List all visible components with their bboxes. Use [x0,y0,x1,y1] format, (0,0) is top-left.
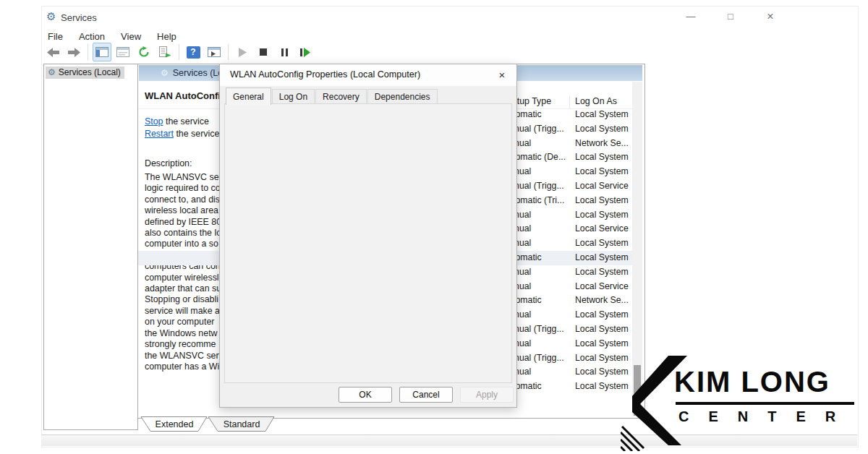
menu-action[interactable]: Action [77,30,107,43]
properties-dialog: WLAN AutoConfig Properties (Local Comput… [219,64,517,408]
menu-bar: FileActionViewHelp [46,30,179,43]
back-arrow-icon [47,48,59,57]
play-icon [239,48,247,57]
menu-file[interactable]: File [46,30,65,43]
column-separator [569,96,570,108]
selected-service-title: WLAN AutoConfig [145,90,226,101]
toolbar-separator [88,44,88,60]
ok-button[interactable]: OK [339,387,392,403]
dialog-tab-general[interactable]: General [226,87,271,105]
window-title: Services [61,12,97,23]
cell-log-on-as: Local System [575,308,629,322]
pause-icon [281,48,288,56]
console-tree-icon [95,47,109,57]
dialog-tab-strip: GeneralLog OnRecoveryDependencies [226,87,438,105]
apply-button[interactable]: Apply [460,387,514,403]
dialog-tab-dependencies[interactable]: Dependencies [367,89,438,105]
console-tree-panel: ⚙ Services (Local) [43,64,138,430]
tree-root-label: Services (Local) [59,67,121,77]
dialog-page [224,103,512,383]
toolbar: ? [43,42,315,62]
cell-log-on-as: Local System [575,150,629,165]
close-button[interactable]: × [761,9,780,24]
cell-log-on-as: Local System [575,337,629,351]
help-icon: ? [187,46,200,59]
start-service-button[interactable] [233,43,252,61]
logo-divider [676,402,854,405]
forward-button[interactable] [64,43,83,61]
help-button[interactable]: ? [184,43,203,61]
stop-icon [260,48,267,56]
tab-standard-label[interactable]: Standard [224,419,260,429]
services-app-icon: ⚙ [46,10,56,23]
view-tabs: Extended Standard [137,416,289,432]
logo-text-line1: KIM LONG [674,366,830,398]
dialog-tab-log-on[interactable]: Log On [272,89,315,105]
refresh-button[interactable] [135,43,153,61]
services-header-icon: ⚙ [161,68,169,78]
maximize-button[interactable]: □ [721,9,740,24]
back-button[interactable] [43,43,62,61]
cell-log-on-as: Local Service [575,222,629,236]
dialog-tab-recovery[interactable]: Recovery [315,89,367,105]
window-icon [116,47,129,57]
export-list-icon [159,46,171,58]
menu-help[interactable]: Help [155,30,179,43]
export-list-button[interactable] [156,43,174,61]
tab-extended-label[interactable]: Extended [156,419,194,429]
cell-log-on-as: Local System [575,165,629,179]
window-controls: — □ × [681,9,780,24]
cancel-button[interactable]: Cancel [399,387,453,403]
menu-view[interactable]: View [119,30,143,43]
toolbar-separator [179,44,179,60]
extended-view-button[interactable] [205,43,224,61]
cell-log-on-as: Network Se... [575,137,629,151]
restart-service-button[interactable] [296,43,315,61]
stop-service-button[interactable] [254,43,273,61]
cell-log-on-as: Local System [575,122,629,137]
cell-log-on-as: Local Service [575,179,629,194]
screenshot-canvas: ⚙ Services — □ × FileActionViewHelp ? [0,0,868,454]
cell-log-on-as: Local System [575,108,629,122]
toolbar-separator [228,44,229,60]
cell-log-on-as: Network Se... [575,294,629,308]
cell-log-on-as: Local Service [575,280,629,294]
kim-long-center-logo: KIM LONG CENTER [621,356,862,451]
cell-log-on-as: Local System [575,265,629,280]
refresh-icon [138,46,150,58]
minimize-button[interactable]: — [681,9,700,24]
properties-window-button[interactable] [114,43,132,61]
extended-view-icon [208,47,221,57]
restart-icon [300,48,310,57]
dialog-close-button[interactable]: × [492,67,512,83]
dialog-title: WLAN AutoConfig Properties (Local Comput… [230,69,420,80]
services-node-icon: ⚙ [48,67,56,77]
pause-service-button[interactable] [275,43,294,61]
column-header-log-on-as[interactable]: Log On As [575,96,617,106]
cell-log-on-as: Local System [575,251,629,265]
forward-arrow-icon [68,48,80,57]
cell-log-on-as: Local System [575,322,629,337]
cell-log-on-as: Local System [575,236,629,251]
show-console-tree-button[interactable] [93,43,111,61]
cell-log-on-as: Local System [575,208,629,223]
logo-text-line2: CENTER [678,408,855,425]
cell-log-on-as: Local System [575,194,629,208]
sidebar-item-services-local[interactable]: ⚙ Services (Local) [46,67,124,79]
